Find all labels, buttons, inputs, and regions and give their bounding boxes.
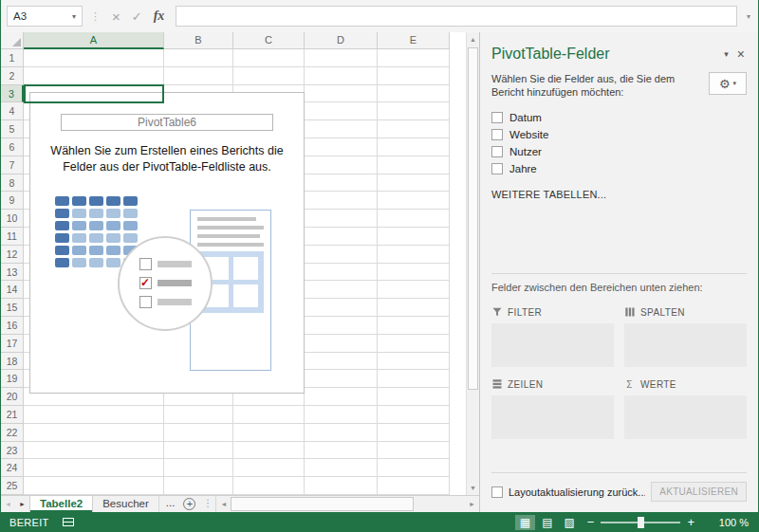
cell-E22[interactable] [378, 424, 450, 442]
cell-A22[interactable] [24, 424, 164, 442]
cell-D3[interactable] [305, 85, 378, 103]
row-header-8[interactable]: 8 [1, 174, 24, 193]
row-header-12[interactable]: 12 [1, 246, 24, 264]
row-header-17[interactable]: 17 [1, 335, 24, 353]
cell-D15[interactable] [305, 299, 378, 317]
pane-options-caret-icon[interactable]: ▾ [717, 49, 735, 59]
field-item-nutzer[interactable]: Nutzer [491, 143, 747, 160]
row-header-19[interactable]: 19 [1, 370, 24, 388]
row-header-21[interactable]: 21 [1, 406, 24, 424]
field-item-datum[interactable]: Datum [491, 109, 747, 126]
cell-D9[interactable] [305, 192, 378, 210]
row-header-2[interactable]: 2 [1, 67, 24, 85]
cell-B2[interactable] [164, 67, 233, 85]
row-header-10[interactable]: 10 [1, 210, 24, 228]
cell-C23[interactable] [233, 442, 305, 460]
cell-E20[interactable] [378, 388, 450, 406]
tab-overflow[interactable]: ... [159, 496, 182, 512]
tab-nav-left-icon[interactable]: ◄ [1, 496, 15, 512]
cell-A21[interactable] [24, 406, 164, 424]
defer-layout-checkbox[interactable] [491, 486, 503, 498]
cell-E17[interactable] [378, 335, 450, 353]
row-header-24[interactable]: 24 [1, 459, 24, 477]
row-header-13[interactable]: 13 [1, 264, 24, 282]
cell-B25[interactable] [164, 477, 233, 495]
name-box-caret-icon[interactable]: ▾ [66, 12, 82, 21]
cell-D19[interactable] [305, 370, 378, 388]
scroll-right-icon[interactable]: ► [465, 496, 479, 512]
cell-E23[interactable] [378, 442, 450, 460]
row-header-9[interactable]: 9 [1, 192, 24, 210]
cell-D14[interactable] [305, 281, 378, 299]
cell-D6[interactable] [305, 138, 378, 156]
area-dropzone-zeilen[interactable] [491, 395, 614, 439]
cell-D4[interactable] [305, 102, 378, 120]
row-header-15[interactable]: 15 [1, 299, 24, 317]
cell-E7[interactable] [378, 156, 450, 174]
row-header-1[interactable]: 1 [1, 49, 24, 67]
formula-bar-expand-icon[interactable]: ▾ [745, 12, 752, 21]
row-header-3[interactable]: 3 [1, 85, 24, 103]
more-tables-link[interactable]: WEITERE TABELLEN... [491, 189, 747, 200]
zoom-in-button[interactable]: + [680, 516, 701, 528]
insert-function-icon[interactable]: fx [154, 9, 165, 24]
cell-E25[interactable] [378, 477, 450, 495]
row-header-11[interactable]: 11 [1, 228, 24, 246]
page-break-view-icon[interactable]: ▨ [559, 515, 579, 530]
zoom-level[interactable]: 100 % [707, 517, 749, 528]
cell-B21[interactable] [164, 406, 233, 424]
cell-E14[interactable] [378, 281, 450, 299]
normal-view-icon[interactable]: ▦ [515, 515, 535, 530]
field-checkbox[interactable] [491, 163, 503, 174]
cell-E1[interactable] [378, 49, 450, 67]
cell-C2[interactable] [233, 67, 305, 85]
cell-D11[interactable] [305, 228, 378, 246]
pane-close-icon[interactable]: × [735, 47, 747, 61]
area-dropzone-spalten[interactable] [624, 323, 747, 367]
cell-A25[interactable] [24, 477, 164, 495]
area-dropzone-werte[interactable] [624, 395, 747, 439]
cell-E13[interactable] [378, 264, 450, 282]
cell-E24[interactable] [378, 459, 450, 477]
cell-D25[interactable] [305, 477, 378, 495]
field-checkbox[interactable] [491, 146, 503, 157]
sheet-tab-besucher[interactable]: Besucher [93, 496, 159, 512]
tab-nav-right-icon[interactable]: ► [15, 496, 29, 512]
cell-C25[interactable] [233, 477, 305, 495]
horizontal-scrollbar[interactable]: ◄ ► [215, 496, 479, 512]
horizontal-scrollbar-track[interactable] [231, 496, 465, 512]
horizontal-scrollbar-thumb[interactable] [231, 497, 413, 511]
cell-E15[interactable] [378, 299, 450, 317]
column-header-D[interactable]: D [305, 32, 378, 49]
cell-E18[interactable] [378, 353, 450, 371]
vertical-scrollbar-thumb[interactable] [468, 47, 478, 390]
cell-D22[interactable] [305, 424, 378, 442]
tab-scrollbar-splitter[interactable]: ⋮ [200, 496, 215, 512]
cell-E2[interactable] [378, 67, 450, 85]
cell-E11[interactable] [378, 228, 450, 246]
row-header-20[interactable]: 20 [1, 388, 24, 406]
cell-D21[interactable] [305, 406, 378, 424]
cell-C1[interactable] [233, 49, 305, 67]
cell-D18[interactable] [305, 353, 378, 371]
field-checkbox[interactable] [491, 129, 503, 140]
cell-A24[interactable] [24, 459, 164, 477]
cell-E8[interactable] [378, 174, 450, 193]
cell-A23[interactable] [24, 442, 164, 460]
tools-button[interactable]: ⚙ ▾ [709, 72, 747, 95]
cell-D24[interactable] [305, 459, 378, 477]
cell-D12[interactable] [305, 246, 378, 264]
cancel-icon[interactable]: × [112, 9, 120, 24]
column-header-E[interactable]: E [378, 32, 450, 49]
column-header-B[interactable]: B [164, 32, 233, 49]
cell-B1[interactable] [164, 49, 233, 67]
cell-E6[interactable] [378, 138, 450, 156]
cell-D10[interactable] [305, 210, 378, 228]
row-header-23[interactable]: 23 [1, 442, 24, 460]
column-header-A[interactable]: A [24, 32, 164, 49]
field-item-jahre[interactable]: Jahre [491, 160, 747, 177]
select-all-corner[interactable] [1, 32, 24, 49]
cell-B22[interactable] [164, 424, 233, 442]
cell-E16[interactable] [378, 317, 450, 335]
cell-A2[interactable] [24, 67, 164, 85]
